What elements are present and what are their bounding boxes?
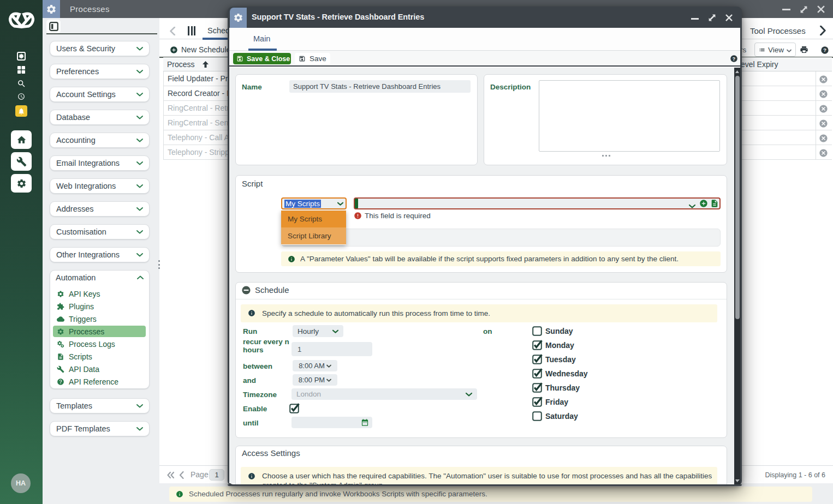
svg-text:?: ? [733,56,735,62]
svg-text:?: ? [823,47,826,53]
